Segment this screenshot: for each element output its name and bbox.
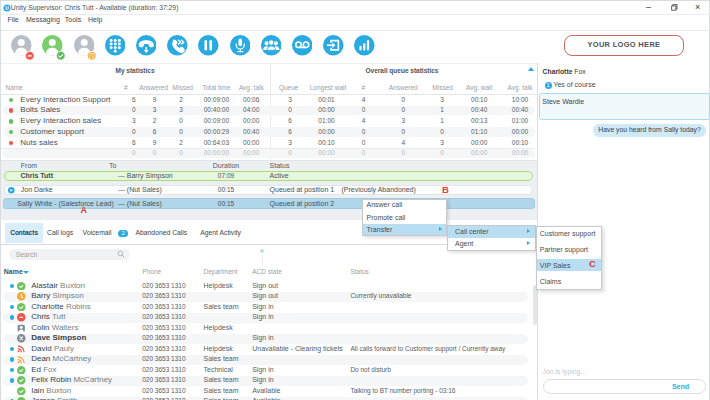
svg-text:U: U: [5, 6, 9, 11]
